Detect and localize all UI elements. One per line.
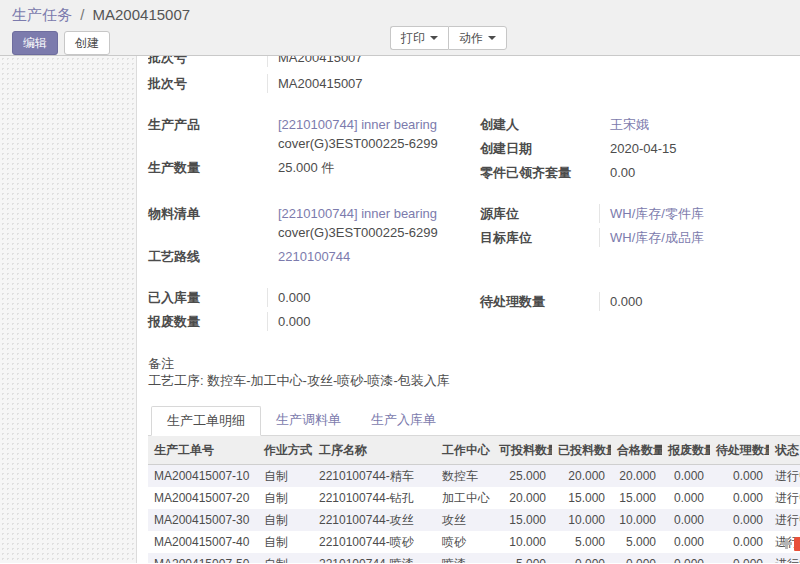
chevron-down-icon bbox=[430, 36, 438, 40]
table-header-row: 生产工单号作业方式工序名称工作中心可投料数量已投料数量合格数量报废数量待处理数量… bbox=[148, 436, 800, 465]
dest-location-link[interactable]: WH/库存/成品库 bbox=[599, 228, 800, 247]
field-value: 0.000 bbox=[599, 292, 800, 311]
chevron-down-icon bbox=[488, 36, 496, 40]
table-row[interactable]: MA200415007-40自制2210100744-喷砂喷砂10.0005.0… bbox=[148, 531, 800, 553]
breadcrumb-parent-link[interactable]: 生产任务 bbox=[12, 6, 72, 23]
field-label: 报废数量 bbox=[148, 312, 267, 331]
field-stored-qty: 已入库量 0.000 bbox=[148, 288, 480, 307]
column-header[interactable]: 工序名称 bbox=[313, 436, 436, 465]
field-label: 目标库位 bbox=[480, 228, 599, 247]
field-dest-location: 目标库位 WH/库存/成品库 bbox=[480, 228, 800, 247]
table-cell: MA200415007-10 bbox=[148, 465, 258, 488]
table-cell: 15.000 bbox=[611, 487, 662, 509]
control-panel: 生产任务 / MA200415007 编辑 创建 打印 动作 bbox=[0, 0, 800, 56]
source-location-link[interactable]: WH/库存/零件库 bbox=[599, 204, 800, 223]
table-cell: 10.000 bbox=[611, 509, 662, 531]
table-cell: 10.000 bbox=[493, 531, 552, 553]
field-value: MA200415007 bbox=[267, 56, 480, 67]
column-header[interactable]: 作业方式 bbox=[258, 436, 313, 465]
form-sheet: 批次号 MA200415007 批次号 MA200415007 bbox=[137, 56, 800, 563]
column-header[interactable]: 待处理数量 bbox=[710, 436, 769, 465]
table-cell: 0.000 bbox=[611, 553, 662, 563]
field-value: 25.000 件 bbox=[267, 158, 480, 177]
field-label: 零件已领齐套量 bbox=[480, 163, 599, 182]
clipped-field-row: 批次号 MA200415007 bbox=[148, 56, 800, 70]
table-cell: 2210100744-喷砂 bbox=[313, 531, 436, 553]
field-label: 生产产品 bbox=[148, 115, 267, 134]
column-header[interactable]: 状态 bbox=[769, 436, 800, 465]
table-cell: 0.000 bbox=[662, 531, 710, 553]
field-label: 创建日期 bbox=[480, 139, 599, 158]
create-button[interactable]: 创建 bbox=[64, 31, 110, 55]
table-cell: 20.000 bbox=[552, 465, 611, 488]
table-row[interactable]: MA200415007-20自制2210100744-钻孔加工中心20.0001… bbox=[148, 487, 800, 509]
table-cell: 20.000 bbox=[493, 487, 552, 509]
table-cell: 0.000 bbox=[662, 553, 710, 563]
field-label: 已入库量 bbox=[148, 288, 267, 307]
tab-material-requisition[interactable]: 生产调料单 bbox=[261, 406, 356, 436]
table-cell: 5.000 bbox=[552, 531, 611, 553]
table-cell: 自制 bbox=[258, 487, 313, 509]
field-label: 批次号 bbox=[148, 74, 267, 93]
breadcrumb-current: MA200415007 bbox=[93, 6, 191, 23]
table-cell: MA200415007-20 bbox=[148, 487, 258, 509]
column-header[interactable]: 可投料数量 bbox=[493, 436, 552, 465]
field-value: MA200415007 bbox=[267, 74, 480, 93]
table-cell: 0.000 bbox=[710, 465, 769, 488]
field-product: 生产产品 [2210100744] inner bearing cover(G)… bbox=[148, 115, 480, 153]
routing-link[interactable]: 2210100744 bbox=[267, 247, 480, 266]
column-header[interactable]: 合格数量 bbox=[611, 436, 662, 465]
mouse-cursor-artifact bbox=[781, 538, 792, 549]
table-cell: 15.000 bbox=[493, 509, 552, 531]
action-label: 动作 bbox=[459, 31, 483, 45]
table-cell: 10.000 bbox=[552, 509, 611, 531]
bom-link[interactable]: [2210100744] inner bearing bbox=[278, 204, 480, 223]
product-link[interactable]: [2210100744] inner bearing bbox=[278, 115, 480, 134]
print-dropdown-button[interactable]: 打印 bbox=[390, 26, 448, 50]
field-routing: 工艺路线 2210100744 bbox=[148, 247, 480, 266]
column-header[interactable]: 已投料数量 bbox=[552, 436, 611, 465]
tab-workorder-detail[interactable]: 生产工单明细 bbox=[151, 406, 261, 436]
table-cell: 自制 bbox=[258, 553, 313, 563]
left-background-pane bbox=[0, 56, 137, 563]
table-row[interactable]: MA200415007-30自制2210100744-攻丝攻丝15.00010.… bbox=[148, 509, 800, 531]
content-area: 批次号 MA200415007 批次号 MA200415007 bbox=[0, 56, 800, 563]
table-row[interactable]: MA200415007-10自制2210100744-精车数控车25.00020… bbox=[148, 465, 800, 488]
field-batch-clipped: 批次号 MA200415007 bbox=[148, 56, 480, 67]
print-action-group: 打印 动作 bbox=[390, 26, 507, 50]
table-cell: 2210100744-攻丝 bbox=[313, 509, 436, 531]
field-value: 0.00 bbox=[599, 163, 800, 182]
workorder-table: 生产工单号作业方式工序名称工作中心可投料数量已投料数量合格数量报废数量待处理数量… bbox=[148, 436, 800, 563]
field-label: 创建人 bbox=[480, 115, 599, 134]
clipped-red-icon bbox=[794, 537, 800, 551]
breadcrumb: 生产任务 / MA200415007 bbox=[12, 5, 784, 25]
table-cell: 0.000 bbox=[710, 487, 769, 509]
column-header[interactable]: 报废数量 bbox=[662, 436, 710, 465]
notes-section: 备注 工艺工序: 数控车-加工中心-攻丝-喷砂-喷漆-包装入库 bbox=[148, 355, 800, 389]
field-value: 0.000 bbox=[267, 312, 480, 331]
table-row[interactable]: MA200415007-50自制2210100744-喷漆喷漆5.0000.00… bbox=[148, 553, 800, 563]
product-subtext: cover(G)3EST000225-6299 bbox=[278, 134, 480, 153]
table-cell: 攻丝 bbox=[436, 509, 493, 531]
column-header[interactable]: 生产工单号 bbox=[148, 436, 258, 465]
column-header[interactable]: 工作中心 bbox=[436, 436, 493, 465]
creator-link[interactable]: 王宋娥 bbox=[599, 115, 800, 134]
field-pending-qty: 待处理数量 0.000 bbox=[480, 292, 800, 311]
table-cell: 20.000 bbox=[611, 465, 662, 488]
field-source-location: 源库位 WH/库存/零件库 bbox=[480, 204, 800, 223]
table-cell: 进行中 bbox=[769, 487, 800, 509]
bom-subtext: cover(G)3EST000225-6299 bbox=[278, 223, 480, 242]
field-label: 待处理数量 bbox=[480, 292, 599, 311]
edit-button[interactable]: 编辑 bbox=[12, 31, 58, 55]
field-batch: 批次号 MA200415007 bbox=[148, 74, 480, 93]
table-cell: 自制 bbox=[258, 465, 313, 488]
field-label: 物料清单 bbox=[148, 204, 267, 223]
field-creator: 创建人 王宋娥 bbox=[480, 115, 800, 134]
action-dropdown-button[interactable]: 动作 bbox=[448, 26, 507, 50]
print-label: 打印 bbox=[401, 31, 425, 45]
tab-production-receipt[interactable]: 生产入库单 bbox=[356, 406, 451, 436]
table-cell: 15.000 bbox=[552, 487, 611, 509]
field-label: 生产数量 bbox=[148, 158, 267, 177]
table-cell: 喷漆 bbox=[436, 553, 493, 563]
table-cell: MA200415007-40 bbox=[148, 531, 258, 553]
